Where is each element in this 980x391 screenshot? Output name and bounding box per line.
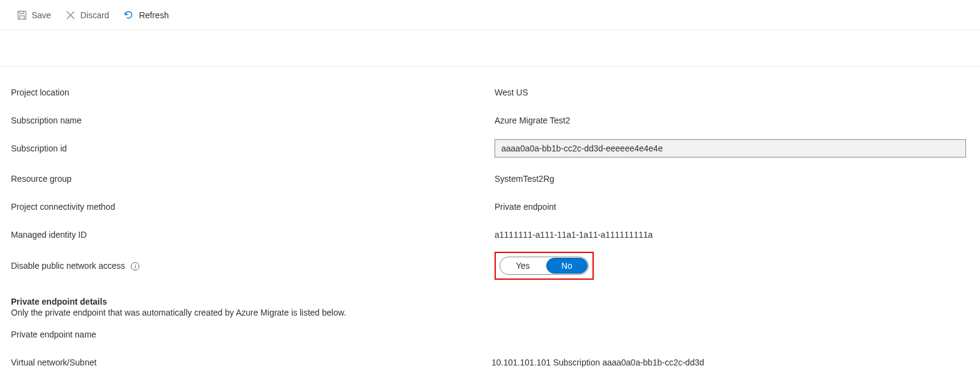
close-icon [66, 10, 75, 20]
svg-rect-1 [19, 11, 24, 13]
field-managed-identity: Managed identity ID a1111111-a111-11a1-1… [11, 223, 969, 247]
refresh-button-label: Refresh [139, 10, 169, 20]
discard-button-label: Discard [80, 10, 109, 20]
value-disable-public-access: Yes No [495, 252, 594, 280]
spacer [0, 30, 980, 67]
discard-button[interactable]: Discard [60, 7, 115, 24]
field-vnet-subnet: Virtual network/Subnet 10.101.101.101 Su… [11, 350, 969, 375]
save-button[interactable]: Save [11, 7, 57, 24]
field-resource-group: Resource group SystemTest2Rg [11, 167, 969, 191]
private-endpoint-heading: Private endpoint details [11, 297, 969, 306]
properties-panel: Project location West US Subscription na… [0, 67, 980, 391]
toggle-option-no[interactable]: No [546, 258, 588, 274]
label-subscription-name: Subscription name [11, 116, 495, 125]
command-bar: Save Discard Refresh [0, 0, 980, 30]
private-endpoint-subtext: Only the private endpoint that was autom… [11, 308, 969, 317]
value-connectivity-method: Private endpoint [495, 202, 556, 212]
svg-rect-2 [19, 16, 24, 19]
label-private-endpoint-name: Private endpoint name [11, 330, 495, 339]
value-project-location: West US [495, 88, 528, 97]
info-icon[interactable]: i [131, 262, 139, 271]
highlight-box: Yes No [495, 252, 594, 280]
label-project-location: Project location [11, 88, 495, 97]
field-project-location: Project location West US [11, 80, 969, 105]
label-disable-public-access: Disable public network access i [11, 261, 495, 271]
field-disable-public-access: Disable public network access i Yes No [11, 252, 969, 280]
link-resource-group[interactable]: SystemTest2Rg [495, 174, 554, 184]
save-icon [17, 10, 27, 20]
value-managed-identity: a1111111-a111-11a1-1a11-a111111111a [495, 230, 653, 240]
value-vnet-subnet: 10.101.101.101 Subscription aaaa0a0a-bb1… [492, 358, 704, 367]
yes-no-toggle[interactable]: Yes No [499, 257, 589, 275]
save-button-label: Save [32, 10, 51, 20]
refresh-button[interactable]: Refresh [117, 6, 175, 24]
field-private-endpoint-name: Private endpoint name [11, 322, 969, 347]
label-subscription-id: Subscription id [11, 144, 495, 153]
label-vnet-subnet: Virtual network/Subnet [11, 358, 495, 367]
toggle-option-yes[interactable]: Yes [500, 257, 546, 274]
refresh-icon [123, 10, 134, 20]
label-managed-identity: Managed identity ID [11, 230, 495, 240]
link-subscription-name[interactable]: Azure Migrate Test2 [495, 116, 570, 125]
field-subscription-id: Subscription id [11, 136, 969, 161]
field-connectivity-method: Project connectivity method Private endp… [11, 195, 969, 219]
label-connectivity-method: Project connectivity method [11, 202, 495, 212]
label-resource-group: Resource group [11, 174, 495, 184]
field-subscription-name: Subscription name Azure Migrate Test2 [11, 108, 969, 133]
value-subscription-id [495, 139, 969, 157]
subscription-id-input[interactable] [495, 139, 966, 157]
